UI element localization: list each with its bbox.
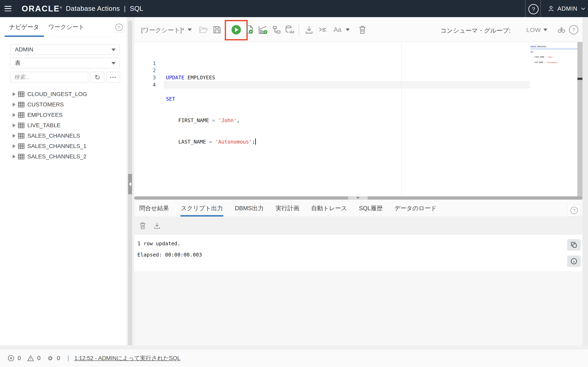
- font-size-caret-icon[interactable]: [346, 29, 350, 31]
- toolbar-separator: [299, 24, 299, 36]
- header-separator: [540, 0, 541, 17]
- expand-icon[interactable]: [13, 144, 16, 148]
- header-help-icon[interactable]: ?: [528, 4, 539, 14]
- expand-icon[interactable]: [13, 134, 16, 138]
- warnings-indicator[interactable]: 0: [27, 355, 40, 362]
- jobs-indicator[interactable]: 0: [47, 355, 60, 362]
- tab-sql-history[interactable]: SQL履歴: [359, 200, 383, 217]
- table-icon: [18, 143, 25, 149]
- tree-item-sales-channels-2[interactable]: SALES_CHANNELS_2: [0, 151, 127, 162]
- sidebar-help-button[interactable]: ?: [114, 22, 124, 33]
- editor-scrollbar[interactable]: [577, 42, 583, 196]
- tree-item-cloud-ingest-log[interactable]: CLOUD_INGEST_LOG: [0, 89, 127, 99]
- table-icon: [18, 154, 25, 159]
- clear-worksheet-button[interactable]: [358, 25, 367, 34]
- download-button[interactable]: [305, 25, 314, 34]
- consumer-group-value[interactable]: LOW: [526, 26, 541, 33]
- sql-tuning-advisor-button[interactable]: [285, 25, 294, 34]
- tab-query-result[interactable]: 問合せ結果: [139, 200, 169, 217]
- sidebar-collapse-handle[interactable]: [128, 174, 132, 194]
- warning-icon: [27, 355, 34, 362]
- tab-autotrace[interactable]: 自動トレース: [311, 200, 347, 217]
- more-options-button[interactable]: •••: [107, 72, 120, 83]
- chevron-down-icon: [112, 49, 116, 51]
- output-tabs: 問合せ結果 スクリプト出力 DBMS出力 実行計画 自動トレース SQL履歴 デ…: [134, 200, 583, 217]
- worksheet-selector[interactable]: [ワークシート]*: [141, 26, 184, 34]
- tree-item-employees[interactable]: EMPLOYEES: [0, 110, 127, 120]
- tree-item-sales-channels[interactable]: SALES_CHANNELS: [0, 131, 127, 141]
- collapse-left-icon: [129, 182, 131, 186]
- tab-dbms-output[interactable]: DBMS出力: [234, 200, 264, 217]
- oracle-logo: ORACLE®: [22, 4, 62, 13]
- tree-item-live-table[interactable]: LIVE_TABLE: [0, 120, 127, 131]
- run-play-icon: [232, 25, 241, 34]
- info-icon: [570, 258, 578, 265]
- expand-icon[interactable]: [13, 103, 16, 107]
- search-input[interactable]: [10, 72, 88, 82]
- expand-icon[interactable]: [13, 92, 16, 96]
- user-menu[interactable]: ADMIN: [548, 0, 586, 17]
- output-message: 1 row updated.: [138, 241, 181, 247]
- output-help-button[interactable]: ?: [568, 204, 581, 217]
- consumer-group-label: コンシューマ・グループ:: [440, 26, 511, 35]
- tab-navigator[interactable]: ナビゲータ: [5, 17, 44, 37]
- toolbar-help-button[interactable]: ?: [569, 25, 579, 34]
- last-sql-history-link[interactable]: 1:12:52 - ADMINによって実行されたSQL: [74, 354, 181, 362]
- table-icon: [18, 133, 25, 139]
- errors-indicator[interactable]: 0: [7, 355, 21, 362]
- clear-output-button[interactable]: [139, 222, 146, 230]
- tab-data-load[interactable]: データのロード: [394, 200, 437, 217]
- autotrace-button[interactable]: [272, 25, 281, 34]
- object-type-select[interactable]: 表: [10, 58, 120, 68]
- worksheet-panel: [ワークシート]*: [134, 17, 582, 345]
- minimap[interactable]: UPDATE EMPLOYEES SET FIRST_NAME = 'John'…: [530, 43, 577, 67]
- explain-plan-button[interactable]: [258, 25, 268, 34]
- consumer-group-caret-icon[interactable]: [543, 29, 547, 31]
- find-button[interactable]: [557, 25, 566, 34]
- tab-explain-plan[interactable]: 実行計画: [275, 200, 300, 217]
- splitter-collapse-handle[interactable]: [348, 196, 368, 200]
- tab-worksheet[interactable]: ワークシート: [44, 17, 89, 37]
- font-size-button[interactable]: Aa: [334, 26, 341, 33]
- code-line-1: UPDATE EMPLOYEES: [166, 74, 256, 81]
- error-icon: [7, 355, 15, 362]
- refresh-button[interactable]: ↻: [91, 72, 104, 83]
- tree-item-sales-channels-1[interactable]: SALES_CHANNELS_1: [0, 141, 127, 151]
- format-button[interactable]: [318, 25, 327, 34]
- hamburger-menu-icon[interactable]: [4, 6, 11, 11]
- sidebar: ナビゲータ ワークシート ? ADMIN 表 ↻ ••• CLOUD_INGES…: [0, 17, 127, 345]
- expand-icon[interactable]: [13, 113, 16, 117]
- table-icon: [18, 123, 25, 128]
- scrollbar-cursor-marker: [577, 78, 583, 80]
- save-button[interactable]: [213, 25, 222, 34]
- worksheet-caret-icon[interactable]: [188, 29, 192, 31]
- code-area[interactable]: UPDATE EMPLOYEES SET FIRST_NAME = 'John'…: [166, 60, 256, 160]
- expand-icon[interactable]: [13, 155, 16, 159]
- editor-ruler: [401, 42, 402, 196]
- sql-editor[interactable]: 1 2 3 4 UPDATE EMPLOYEES SET FIRST_NAME …: [134, 42, 577, 196]
- schema-select[interactable]: ADMIN: [10, 44, 120, 55]
- run-script-button[interactable]: [245, 25, 254, 35]
- tab-script-output[interactable]: スクリプト出力: [181, 200, 223, 217]
- app-header: ORACLE® Database Actions | SQL ? ADMIN: [0, 0, 588, 17]
- code-line-2: SET: [166, 95, 256, 103]
- download-output-button[interactable]: [153, 222, 161, 229]
- header-divider: |: [124, 5, 126, 12]
- table-tree: CLOUD_INGEST_LOG CUSTOMERS EMPLOYEES LIV…: [0, 89, 127, 162]
- copy-output-button[interactable]: [567, 239, 581, 250]
- help-icon: ?: [115, 24, 123, 31]
- header-separator: [525, 0, 526, 17]
- right-gutter: [582, 17, 588, 349]
- panel-splitter[interactable]: [134, 196, 583, 200]
- table-icon: [18, 102, 25, 108]
- app-name: SQL: [130, 5, 143, 12]
- run-statement-button[interactable]: [232, 25, 241, 34]
- table-icon: [18, 112, 25, 118]
- worksheet-toolbar: [ワークシート]*: [134, 17, 583, 42]
- expand-icon[interactable]: [13, 123, 16, 127]
- output-info-button[interactable]: [567, 256, 581, 267]
- product-name: Database Actions: [66, 5, 120, 12]
- user-name: ADMIN: [557, 5, 577, 12]
- open-file-button[interactable]: [199, 25, 208, 34]
- tree-item-customers[interactable]: CUSTOMERS: [0, 99, 127, 110]
